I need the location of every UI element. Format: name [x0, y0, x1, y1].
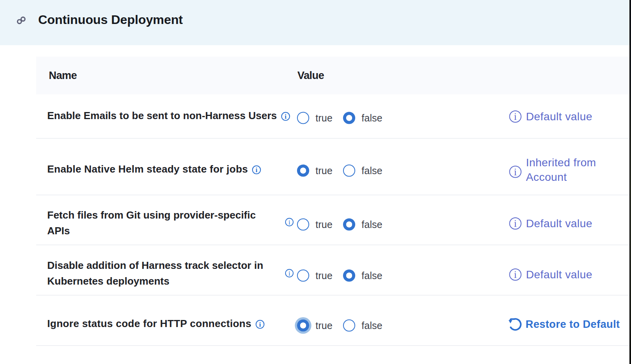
svg-text:i: i	[514, 269, 517, 280]
svg-text:i: i	[514, 111, 517, 122]
svg-text:i: i	[514, 167, 517, 177]
svg-text:i: i	[256, 166, 258, 174]
svg-text:i: i	[288, 270, 290, 277]
svg-text:i: i	[284, 112, 286, 120]
svg-text:i: i	[259, 320, 261, 328]
svg-text:i: i	[288, 219, 290, 226]
svg-text:i: i	[514, 218, 517, 229]
